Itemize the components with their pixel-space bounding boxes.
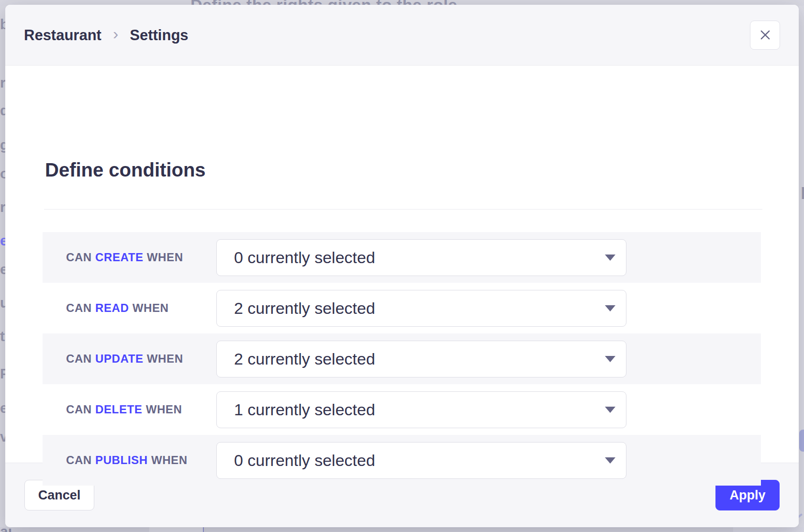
label-prefix: CAN: [66, 301, 92, 314]
label-prefix: CAN: [66, 454, 92, 466]
modal-body: Define conditions CAN CREATE WHEN 0 curr…: [5, 66, 799, 463]
backdrop-bottom-segment-right: [733, 527, 804, 532]
permission-row-update: CAN UPDATE WHEN 2 currently selected: [43, 333, 761, 384]
select-can-publish-when[interactable]: 0 currently selected: [216, 442, 626, 479]
label-action: DELETE: [95, 403, 142, 416]
chevron-down-icon: [605, 457, 615, 464]
select-can-update-when[interactable]: 2 currently selected: [216, 341, 626, 377]
label-suffix: WHEN: [146, 403, 182, 416]
condition-label-update: CAN UPDATE WHEN: [66, 352, 216, 366]
title-divider: [44, 209, 762, 210]
condition-label-create: CAN CREATE WHEN: [66, 251, 216, 265]
label-suffix: WHEN: [151, 454, 188, 466]
conditions-modal: Restaurant › Settings Define conditions …: [5, 5, 799, 527]
label-action: UPDATE: [95, 352, 144, 365]
label-action: READ: [95, 301, 129, 314]
label-action: CREATE: [95, 251, 144, 264]
label-prefix: CAN: [66, 352, 92, 365]
modal-title: Define conditions: [45, 160, 206, 179]
permission-row-read: CAN READ WHEN 2 currently selected: [43, 283, 761, 333]
select-value: 0 currently selected: [234, 451, 375, 470]
modal-header: Restaurant › Settings: [5, 5, 799, 66]
label-prefix: CAN: [66, 251, 92, 264]
select-can-create-when[interactable]: 0 currently selected: [216, 239, 626, 276]
backdrop-bottom-strip: ai: [0, 527, 804, 532]
backdrop-bottom-segment: [149, 527, 203, 532]
chevron-down-icon: [605, 255, 615, 261]
select-can-read-when[interactable]: 2 currently selected: [216, 290, 626, 327]
select-value: 2 currently selected: [234, 299, 375, 318]
breadcrumb: Restaurant › Settings: [24, 25, 189, 44]
label-prefix: CAN: [66, 403, 92, 416]
breadcrumb-restaurant: Restaurant: [24, 28, 101, 43]
label-action: PUBLISH: [95, 454, 148, 466]
condition-label-publish: CAN PUBLISH WHEN: [66, 454, 216, 467]
backdrop-bottom-divider: [203, 527, 204, 532]
chevron-down-icon: [605, 407, 615, 413]
clipped-right-pill: [799, 430, 804, 452]
close-icon: [759, 28, 772, 42]
backdrop-right-strip: p: [799, 6, 804, 527]
permission-row-delete: CAN DELETE WHEN 1 currently selected: [43, 384, 761, 435]
conditions-list: CAN CREATE WHEN 0 currently selected CAN…: [43, 232, 761, 486]
clipped-right-text: p: [801, 181, 804, 200]
select-can-delete-when[interactable]: 1 currently selected: [216, 391, 626, 428]
chevron-right-icon: ›: [113, 25, 118, 44]
select-value: 0 currently selected: [234, 248, 375, 267]
label-suffix: WHEN: [147, 352, 183, 365]
breadcrumb-settings: Settings: [130, 28, 188, 43]
chevron-down-icon: [605, 356, 615, 362]
select-value: 2 currently selected: [234, 350, 375, 368]
label-suffix: WHEN: [133, 301, 169, 314]
condition-label-delete: CAN DELETE WHEN: [66, 403, 216, 417]
chevron-down-icon: [605, 305, 615, 311]
label-suffix: WHEN: [147, 251, 183, 264]
permission-row-publish: CAN PUBLISH WHEN 0 currently selected: [43, 435, 761, 486]
condition-label-read: CAN READ WHEN: [66, 301, 216, 315]
permission-row-create: CAN CREATE WHEN 0 currently selected: [43, 232, 761, 283]
close-button[interactable]: [750, 21, 780, 50]
select-value: 1 currently selected: [234, 400, 375, 419]
